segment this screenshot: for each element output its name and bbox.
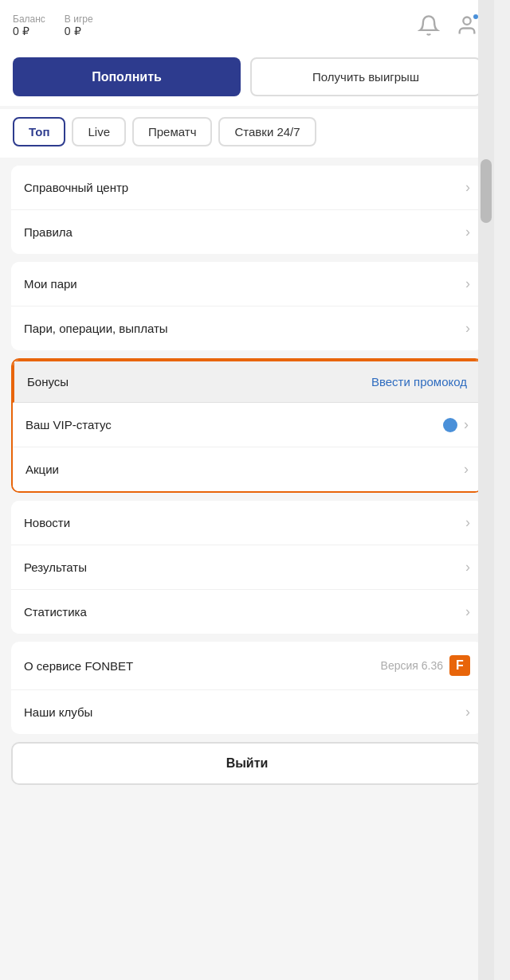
tabs-container: Топ Live Прематч Ставки 24/7 — [0, 109, 494, 158]
chevron-icon: › — [465, 559, 470, 576]
menu-item-results[interactable]: Результаты › — [11, 545, 483, 590]
menu-vip-label: Ваш VIP-статус — [26, 418, 112, 431]
deposit-button[interactable]: Пополнить — [13, 57, 241, 96]
menu-section-help: Справочный центр › Правила › — [11, 166, 483, 254]
header: Баланс 0 ₽ В игре 0 ₽ — [0, 0, 494, 48]
chevron-icon: › — [464, 461, 469, 478]
chevron-icon: › — [464, 416, 469, 433]
chevron-icon: › — [465, 320, 470, 337]
header-icons — [414, 11, 481, 40]
tab-top[interactable]: Топ — [13, 117, 65, 146]
menu-vip-right: › — [443, 416, 469, 433]
menu-help-label: Справочный центр — [24, 181, 128, 194]
menu-item-help[interactable]: Справочный центр › — [11, 166, 483, 210]
in-game-item: В игре 0 ₽ — [65, 14, 93, 37]
logout-section: Выйти — [11, 742, 483, 785]
tab-live[interactable]: Live — [72, 117, 126, 146]
in-game-label: В игре — [65, 14, 93, 25]
menu-section-bets: Мои пари › Пари, операции, выплаты › — [11, 262, 483, 350]
balance-label: Баланс — [13, 14, 45, 25]
chevron-icon: › — [465, 224, 470, 240]
menu-results-right: › — [465, 559, 470, 576]
chevron-icon: › — [465, 603, 470, 620]
menu-section-about: О сервисе FONBET Версия 6.36 F Наши клуб… — [11, 642, 483, 734]
tab-bets247[interactable]: Ставки 24/7 — [218, 117, 316, 146]
fonbet-logo: F — [449, 655, 470, 676]
menu-clubs-right: › — [465, 704, 470, 720]
scrollbar-track — [478, 0, 494, 980]
menu-results-label: Результаты — [24, 560, 87, 574]
menu-help-right: › — [465, 179, 470, 196]
menu-section-bonuses: Бонусы Ввести промокод Ваш VIP-статус › … — [11, 358, 483, 493]
user-profile-button[interactable] — [453, 11, 481, 40]
menu-item-vip[interactable]: Ваш VIP-статус › — [13, 403, 481, 447]
balance-section: Баланс 0 ₽ В игре 0 ₽ — [13, 14, 93, 37]
chevron-icon: › — [465, 275, 470, 292]
chevron-icon: › — [465, 704, 470, 720]
menu-bonuses-right: Ввести промокод — [371, 375, 467, 388]
menu-promos-right: › — [464, 461, 469, 478]
menu-item-news[interactable]: Новости › — [11, 501, 483, 545]
menu-news-label: Новости — [24, 516, 70, 529]
logout-button[interactable]: Выйти — [11, 742, 483, 785]
svg-point-0 — [463, 18, 470, 25]
menu-item-bonuses[interactable]: Бонусы Ввести промокод — [13, 360, 481, 403]
menu-operations-right: › — [465, 320, 470, 337]
version-text: Версия 6.36 — [381, 659, 443, 672]
menu-rules-right: › — [465, 224, 470, 240]
menu-rules-label: Правила — [24, 225, 73, 239]
menu-item-rules[interactable]: Правила › — [11, 210, 483, 254]
menu-news-right: › — [465, 514, 470, 531]
menu-clubs-label: Наши клубы — [24, 705, 92, 719]
menu-about-right: Версия 6.36 F — [381, 655, 470, 676]
vip-status-dot — [443, 418, 457, 432]
withdraw-button[interactable]: Получить выигрыш — [250, 57, 481, 96]
menu-item-about[interactable]: О сервисе FONBET Версия 6.36 F — [11, 642, 483, 690]
menu-item-clubs[interactable]: Наши клубы › — [11, 690, 483, 734]
menu-item-mybets[interactable]: Мои пари › — [11, 262, 483, 306]
menu-item-promos[interactable]: Акции › — [13, 447, 481, 491]
chevron-icon: › — [465, 514, 470, 531]
menu-item-operations[interactable]: Пари, операции, выплаты › — [11, 306, 483, 350]
action-buttons: Пополнить Получить выигрыш — [0, 48, 494, 106]
chevron-icon: › — [465, 179, 470, 196]
menu-bonuses-label: Бонусы — [27, 375, 69, 388]
scrollbar-thumb[interactable] — [481, 159, 492, 223]
balance-item: Баланс 0 ₽ — [13, 14, 45, 37]
balance-value: 0 ₽ — [13, 25, 45, 37]
menu-mybets-right: › — [465, 275, 470, 292]
menu-mybets-label: Мои пари — [24, 277, 77, 291]
menu-stats-label: Статистика — [24, 605, 87, 619]
menu-stats-right: › — [465, 603, 470, 620]
promo-link[interactable]: Ввести промокод — [371, 375, 467, 388]
in-game-value: 0 ₽ — [65, 25, 93, 37]
menu-operations-label: Пари, операции, выплаты — [24, 322, 168, 335]
menu-promos-label: Акции — [26, 463, 59, 476]
menu-about-label: О сервисе FONBET — [24, 659, 133, 673]
tab-prematch[interactable]: Прематч — [132, 117, 212, 146]
notifications-button[interactable] — [414, 11, 443, 40]
menu-section-news: Новости › Результаты › Статистика › — [11, 501, 483, 634]
menu-item-stats[interactable]: Статистика › — [11, 590, 483, 634]
